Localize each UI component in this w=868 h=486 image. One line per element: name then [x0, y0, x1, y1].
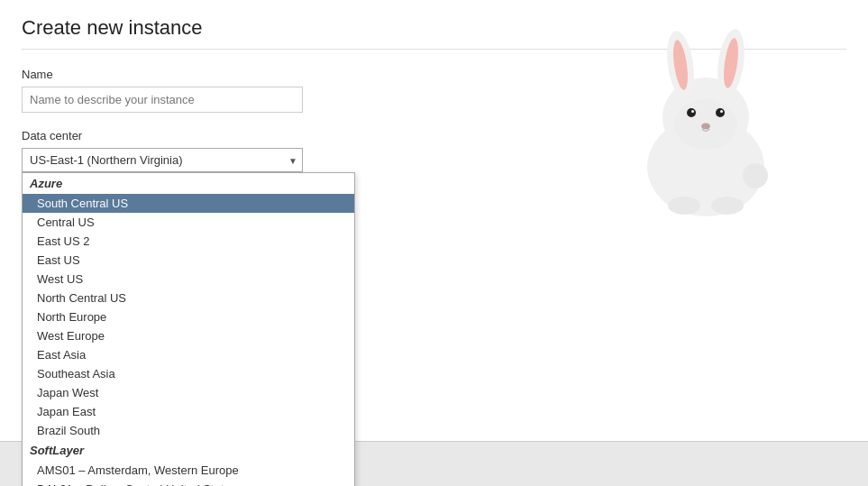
datacenter-dropdown-list: Azure South Central US Central US East U…: [22, 172, 355, 486]
datacenter-option-ams01[interactable]: AMS01 – Amsterdam, Western Europe: [23, 461, 354, 480]
datacenter-option-west-us[interactable]: West US: [23, 270, 354, 289]
datacenter-option-dal01[interactable]: DAL01 – Dallas, Central United States: [23, 480, 354, 486]
svg-point-13: [711, 197, 744, 215]
datacenter-option-south-central-us[interactable]: South Central US: [23, 194, 354, 213]
svg-point-8: [691, 110, 694, 113]
svg-point-10: [720, 110, 723, 113]
name-input[interactable]: [22, 87, 303, 113]
datacenter-option-east-us[interactable]: East US: [23, 251, 354, 270]
datacenter-option-brazil-south[interactable]: Brazil South: [23, 421, 354, 440]
datacenter-option-east-us-2[interactable]: East US 2: [23, 232, 354, 251]
rabbit-illustration: [616, 27, 796, 225]
datacenter-option-central-us[interactable]: Central US: [23, 213, 354, 232]
datacenter-option-north-europe[interactable]: North Europe: [23, 307, 354, 326]
azure-group-label: Azure: [23, 173, 354, 194]
svg-point-9: [716, 108, 725, 117]
svg-point-12: [668, 197, 700, 215]
page-container: Create new instance: [0, 0, 868, 486]
datacenter-option-southeast-asia[interactable]: Southeast Asia: [23, 364, 354, 383]
datacenter-option-west-europe[interactable]: West Europe: [23, 326, 354, 345]
datacenter-option-japan-west[interactable]: Japan West: [23, 383, 354, 402]
datacenter-option-north-central-us[interactable]: North Central US: [23, 289, 354, 307]
svg-point-14: [743, 163, 768, 188]
softlayer-group-label: SoftLayer: [23, 440, 354, 461]
svg-point-7: [687, 108, 696, 117]
datacenter-dropdown-wrapper: ▼ Azure South Central US Central US East…: [22, 148, 303, 172]
datacenter-option-japan-east[interactable]: Japan East: [23, 402, 354, 421]
datacenter-option-east-asia[interactable]: East Asia: [23, 345, 354, 364]
datacenter-select[interactable]: [22, 148, 303, 172]
svg-point-11: [701, 124, 710, 130]
